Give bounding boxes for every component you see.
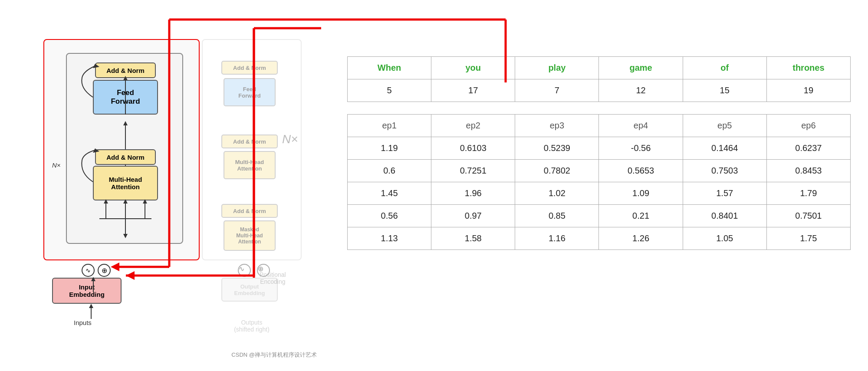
encoder-inner: Add & Norm FeedForward Add & Norm Multi-… <box>66 53 183 244</box>
inputs-arrow <box>87 304 104 321</box>
col-of: of <box>683 57 766 79</box>
svg-marker-2 <box>126 271 135 280</box>
nx-decoder-label: N× <box>282 132 298 146</box>
decoder-multi-head: Multi-HeadAttention <box>224 151 276 179</box>
decoder-feed-forward: FeedForward <box>224 78 276 106</box>
col-you: you <box>431 57 515 79</box>
diagram-section: N× Add & Norm FeedForward Add & Norm Mul… <box>17 9 321 362</box>
input-embedding-box: InputEmbedding <box>52 278 122 304</box>
main-container: N× Add & Norm FeedForward Add & Norm Mul… <box>0 0 868 371</box>
encoder-block: N× Add & Norm FeedForward Add & Norm Mul… <box>43 39 200 260</box>
decoder-masked: MaskedMulti-HeadAttention <box>224 220 276 251</box>
decoder-add-norm-mid: Add & Norm <box>221 135 278 148</box>
col-thrones: thrones <box>766 57 850 79</box>
ep-row: ep1 ep2 ep3 ep4 ep5 ep6 <box>348 115 851 137</box>
add-norm-middle: Add & Norm <box>95 149 156 165</box>
data-table: When you play game of thrones 5 17 7 12 … <box>347 56 851 250</box>
col-game: game <box>599 57 683 79</box>
sine-circle-encoder: ∿ <box>82 264 95 277</box>
decoder-add-norm-top: Add & Norm <box>221 61 278 75</box>
add-norm-top: Add & Norm <box>95 62 156 78</box>
sum-circle-encoder: ⊕ <box>98 264 111 277</box>
table-row: 0.56 0.97 0.85 0.21 0.8401 0.7501 <box>348 205 851 227</box>
positional-encoding-label: PositionalEncoding <box>260 271 286 285</box>
spacer-row <box>348 102 851 115</box>
svg-marker-20 <box>89 304 93 308</box>
table-row: 1.13 1.58 1.16 1.26 1.05 1.75 <box>348 227 851 250</box>
nx-encoder-label: N× <box>52 161 61 169</box>
table-row: 0.6 0.7251 0.7802 0.5653 0.7503 0.8453 <box>348 160 851 182</box>
table-row: 1.45 1.96 1.02 1.09 1.57 1.79 <box>348 182 851 205</box>
decoder-add-norm-bot: Add & Norm <box>221 204 278 218</box>
col-play: play <box>515 57 599 79</box>
header-row: When you play game of thrones <box>348 57 851 79</box>
feed-forward-box: FeedForward <box>93 80 158 115</box>
inputs-label: Inputs <box>74 319 92 326</box>
outputs-label: Outputs(shifted right) <box>217 319 286 333</box>
table-section: When you play game of thrones 5 17 7 12 … <box>321 9 851 250</box>
col-when: When <box>348 57 431 79</box>
footer-text: CSDN @禅与计算机程序设计艺术 <box>231 351 317 359</box>
table-row: 1.19 0.6103 0.5239 -0.56 0.1464 0.6237 <box>348 137 851 160</box>
table-row: 5 17 7 12 15 19 <box>348 79 851 102</box>
svg-marker-18 <box>123 234 128 238</box>
svg-marker-5 <box>123 121 128 125</box>
multi-head-attention-box: Multi-HeadAttention <box>93 166 158 200</box>
